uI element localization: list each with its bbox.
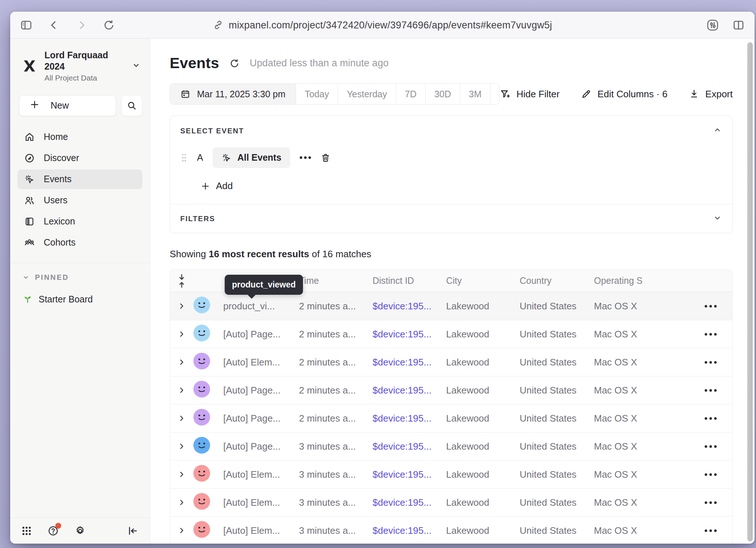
address-bar[interactable]: mixpanel.com/project/3472420/view/397469… bbox=[213, 19, 552, 31]
add-event-button[interactable]: Add bbox=[201, 180, 722, 192]
row-menu-button[interactable] bbox=[689, 305, 732, 308]
table-row[interactable]: [Auto] Elem... 2 minutes a... $device:19… bbox=[170, 348, 732, 376]
page-scrollbar[interactable] bbox=[747, 42, 753, 541]
distinct-id-link[interactable]: $device:195... bbox=[373, 469, 432, 480]
sidebar-item-label: Users bbox=[44, 195, 67, 206]
hide-filter-button[interactable]: Hide Filter bbox=[500, 89, 559, 100]
table-row[interactable]: [Auto] Page... 3 minutes a... $device:19… bbox=[170, 432, 732, 461]
calendar-icon bbox=[180, 89, 190, 99]
row-avatar bbox=[193, 521, 210, 538]
preset-today[interactable]: Today bbox=[296, 84, 338, 104]
new-button[interactable]: New bbox=[19, 95, 116, 116]
row-menu-button[interactable] bbox=[689, 389, 732, 392]
distinct-id-link[interactable]: $device:195... bbox=[373, 385, 432, 396]
expand-filters-icon[interactable] bbox=[713, 213, 722, 224]
event-city: Lakewood bbox=[446, 469, 520, 480]
drag-handle-icon[interactable] bbox=[180, 153, 188, 163]
event-selector-chip[interactable]: All Events bbox=[213, 147, 290, 168]
row-menu-button[interactable] bbox=[689, 529, 732, 532]
sidebar-item-events[interactable]: Events bbox=[17, 169, 142, 189]
row-expand-icon[interactable] bbox=[170, 498, 193, 507]
sidebar-item-home[interactable]: Home bbox=[17, 127, 142, 147]
help-button[interactable] bbox=[47, 525, 59, 537]
table-row[interactable]: [Auto] Page... 2 minutes a... $device:19… bbox=[170, 320, 732, 348]
row-menu-button[interactable] bbox=[689, 417, 732, 420]
preset-30d[interactable]: 30D bbox=[426, 84, 460, 104]
event-os: Mac OS X bbox=[594, 413, 689, 424]
event-row-menu-button[interactable] bbox=[300, 156, 311, 159]
table-row[interactable]: [Auto] Elem... 3 minutes a... $device:19… bbox=[170, 517, 732, 544]
date-range-button[interactable]: Mar 11, 2025 3:30 pm bbox=[170, 84, 296, 104]
trash-icon[interactable] bbox=[320, 153, 331, 163]
column-header-city[interactable]: City bbox=[446, 275, 520, 286]
event-time: 3 minutes a... bbox=[299, 497, 373, 508]
pinned-item-label: Starter Board bbox=[39, 294, 93, 305]
row-expand-icon[interactable] bbox=[170, 302, 193, 310]
notification-dot bbox=[55, 523, 61, 529]
reload-icon[interactable] bbox=[103, 19, 115, 31]
chevron-down-icon bbox=[131, 60, 141, 71]
row-expand-icon[interactable] bbox=[170, 526, 193, 535]
mixpanel-logo bbox=[21, 58, 38, 74]
row-menu-button[interactable] bbox=[689, 333, 732, 336]
collapse-sidebar-icon[interactable] bbox=[127, 525, 139, 537]
sidebar-item-starter-board[interactable]: Starter Board bbox=[10, 282, 150, 305]
row-expand-icon[interactable] bbox=[170, 470, 193, 479]
back-icon[interactable] bbox=[47, 19, 60, 32]
table-row[interactable]: [Auto] Elem... 3 minutes a... $device:19… bbox=[170, 461, 732, 489]
export-button[interactable]: Export bbox=[689, 89, 733, 100]
apps-grid-icon[interactable] bbox=[21, 525, 32, 536]
table-row[interactable]: [Auto] Page... 2 minutes a... $device:19… bbox=[170, 404, 732, 432]
browser-sidebar-toggle-icon[interactable] bbox=[20, 19, 33, 32]
sidebar-item-users[interactable]: Users bbox=[17, 191, 142, 210]
row-menu-button[interactable] bbox=[689, 445, 732, 448]
sidebar-item-label: Discover bbox=[44, 153, 79, 163]
preset-7d[interactable]: 7D bbox=[396, 84, 426, 104]
project-switcher[interactable]: Lord Farquaad 2024 All Project Data bbox=[10, 39, 150, 85]
column-header-distinct-id[interactable]: Distinct ID bbox=[373, 275, 446, 286]
row-expand-icon[interactable] bbox=[170, 330, 193, 338]
row-expand-icon[interactable] bbox=[170, 358, 193, 367]
column-header-country[interactable]: Country bbox=[520, 275, 594, 286]
sidebar-item-cohorts[interactable]: Cohorts bbox=[17, 233, 142, 253]
row-expand-icon[interactable] bbox=[170, 414, 193, 423]
collapse-all-rows-icon[interactable] bbox=[170, 274, 193, 288]
column-header-time[interactable]: Time bbox=[299, 275, 373, 286]
pinned-section-header[interactable]: PINNED bbox=[10, 263, 150, 282]
sidebar-item-discover[interactable]: Discover bbox=[17, 148, 142, 168]
distinct-id-link[interactable]: $device:195... bbox=[373, 301, 432, 312]
search-button[interactable] bbox=[121, 95, 142, 116]
row-menu-button[interactable] bbox=[689, 501, 732, 504]
row-menu-button[interactable] bbox=[689, 361, 732, 364]
row-expand-icon[interactable] bbox=[170, 386, 193, 395]
row-avatar bbox=[193, 353, 210, 369]
column-header-os[interactable]: Operating S bbox=[594, 275, 689, 286]
forward-icon[interactable] bbox=[75, 19, 88, 32]
distinct-id-link[interactable]: $device:195... bbox=[373, 357, 432, 368]
row-avatar bbox=[193, 325, 210, 341]
preset-6m[interactable]: 6M bbox=[491, 84, 500, 104]
table-row[interactable]: [Auto] Page... 2 minutes a... $device:19… bbox=[170, 376, 732, 404]
distinct-id-link[interactable]: $device:195... bbox=[373, 413, 432, 424]
event-row-letter: A bbox=[197, 152, 203, 163]
preset-yesterday[interactable]: Yesterday bbox=[338, 84, 396, 104]
event-time: 2 minutes a... bbox=[299, 385, 373, 396]
distinct-id-link[interactable]: $device:195... bbox=[373, 525, 432, 536]
row-expand-icon[interactable] bbox=[170, 442, 193, 451]
refresh-icon[interactable] bbox=[229, 58, 240, 69]
browser-settings-icon[interactable] bbox=[706, 18, 720, 32]
collapse-section-icon[interactable] bbox=[713, 125, 722, 136]
sidebar-item-lexicon[interactable]: Lexicon bbox=[17, 212, 142, 231]
distinct-id-link[interactable]: $device:195... bbox=[373, 441, 432, 452]
distinct-id-link[interactable]: $device:195... bbox=[373, 329, 432, 340]
row-menu-button[interactable] bbox=[689, 473, 732, 476]
settings-gear-icon[interactable] bbox=[74, 525, 86, 537]
preset-3m[interactable]: 3M bbox=[460, 84, 491, 104]
event-city: Lakewood bbox=[446, 413, 520, 424]
pinned-label: PINNED bbox=[35, 273, 69, 282]
split-view-icon[interactable] bbox=[732, 19, 745, 32]
event-os: Mac OS X bbox=[594, 441, 689, 452]
edit-columns-button[interactable]: Edit Columns · 6 bbox=[581, 89, 668, 100]
table-row[interactable]: [Auto] Elem... 3 minutes a... $device:19… bbox=[170, 489, 732, 517]
distinct-id-link[interactable]: $device:195... bbox=[373, 497, 432, 508]
